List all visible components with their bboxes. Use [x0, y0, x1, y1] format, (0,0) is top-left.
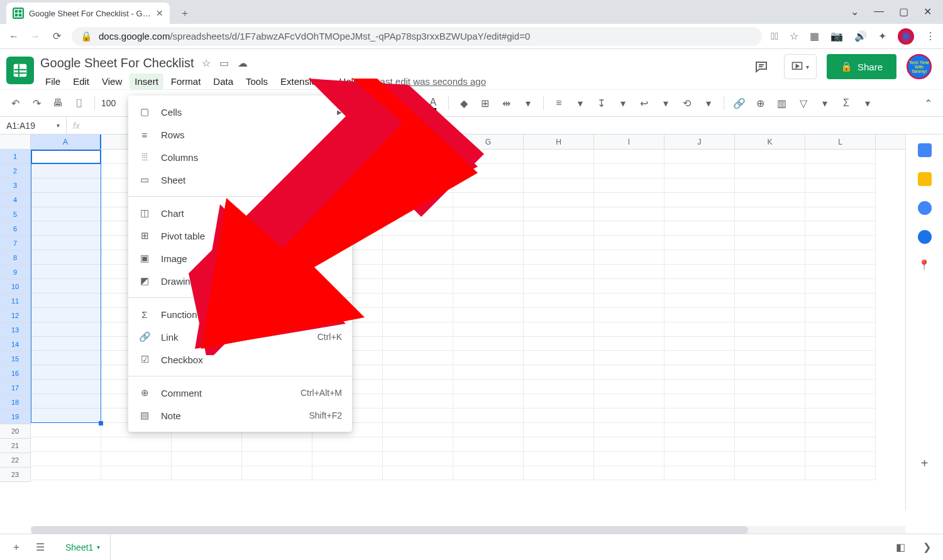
cell[interactable]	[101, 437, 172, 452]
cell[interactable]	[31, 423, 101, 437]
cell[interactable]	[524, 409, 594, 423]
cell[interactable]	[383, 365, 453, 380]
explore-button[interactable]: ◧	[891, 539, 909, 556]
cell[interactable]	[735, 351, 805, 365]
cell[interactable]	[383, 380, 453, 394]
sound-icon[interactable]: 🔊	[854, 30, 867, 42]
insert-columns[interactable]: ⦙⦙⦙Columns▶	[128, 146, 352, 168]
insert-comment[interactable]: ⊕CommentCtrl+Alt+M	[128, 382, 352, 404]
cell[interactable]	[453, 164, 524, 178]
cell[interactable]	[665, 380, 735, 394]
cell[interactable]	[594, 207, 665, 222]
cell[interactable]	[453, 279, 524, 294]
collapse-toolbar-icon[interactable]: ⌃	[919, 94, 937, 112]
cell[interactable]	[453, 394, 524, 409]
row-header[interactable]: 8	[0, 251, 31, 265]
menu-file[interactable]: File	[40, 74, 65, 89]
cell[interactable]	[735, 466, 805, 481]
all-sheets-button[interactable]: ☰	[31, 539, 49, 556]
select-all-corner[interactable]	[0, 135, 31, 150]
cell[interactable]	[524, 365, 594, 380]
cell[interactable]	[665, 308, 735, 322]
calendar-icon[interactable]	[918, 143, 932, 157]
insert-checkbox[interactable]: ☑Checkbox	[128, 348, 352, 371]
cell[interactable]	[383, 279, 453, 294]
cell[interactable]	[805, 164, 876, 178]
cell[interactable]	[524, 466, 594, 481]
cell[interactable]	[594, 466, 665, 481]
cell[interactable]	[735, 409, 805, 423]
keep-icon[interactable]	[918, 172, 932, 186]
cell[interactable]	[805, 193, 876, 207]
cell[interactable]	[101, 466, 172, 481]
cell[interactable]	[453, 466, 524, 481]
col-header[interactable]: F	[383, 135, 453, 149]
star-doc-icon[interactable]: ☆	[202, 57, 211, 69]
cell[interactable]	[805, 423, 876, 437]
cell[interactable]	[594, 452, 665, 466]
close-tab-icon[interactable]: ✕	[156, 8, 163, 18]
cell[interactable]	[805, 452, 876, 466]
menu-view[interactable]: View	[97, 74, 127, 89]
row-header[interactable]: 4	[0, 193, 31, 207]
cell[interactable]	[805, 250, 876, 265]
tasks-icon[interactable]	[918, 201, 932, 215]
cell[interactable]	[594, 423, 665, 437]
cell[interactable]	[594, 294, 665, 308]
cell[interactable]	[735, 294, 805, 308]
row-header[interactable]: 14	[0, 338, 31, 352]
cell[interactable]	[805, 308, 876, 322]
cell[interactable]	[735, 380, 805, 394]
maps-icon[interactable]: 📍	[918, 259, 932, 273]
menu-insert[interactable]: Insert	[130, 74, 163, 89]
cell[interactable]	[524, 265, 594, 279]
cell[interactable]	[31, 437, 101, 452]
cell[interactable]	[524, 337, 594, 351]
cell[interactable]	[594, 250, 665, 265]
cell[interactable]	[735, 178, 805, 193]
cell[interactable]	[735, 308, 805, 322]
camera-icon[interactable]: 📷	[830, 30, 843, 42]
cell[interactable]	[172, 437, 242, 452]
cell[interactable]	[805, 236, 876, 250]
cell[interactable]	[665, 178, 735, 193]
cell[interactable]	[665, 164, 735, 178]
cell[interactable]	[665, 294, 735, 308]
cell[interactable]	[805, 221, 876, 236]
insert-cells[interactable]: ▢Cells▶	[128, 101, 352, 123]
cell[interactable]	[453, 150, 524, 164]
cell[interactable]	[805, 394, 876, 409]
share-button[interactable]: 🔒 Share	[827, 54, 896, 79]
new-tab-button[interactable]: ＋	[176, 4, 194, 22]
functions-icon[interactable]: Σ	[837, 94, 855, 112]
cell[interactable]	[453, 294, 524, 308]
cell[interactable]	[735, 207, 805, 222]
row-header[interactable]: 6	[0, 222, 31, 236]
cell[interactable]	[383, 452, 453, 466]
cell[interactable]	[453, 308, 524, 322]
contacts-icon[interactable]	[918, 230, 932, 244]
insert-chart[interactable]: ◫Chart	[128, 202, 352, 224]
name-box[interactable]: A1:A19▾	[0, 117, 67, 134]
install-icon[interactable]: ⇩⃞	[771, 31, 778, 42]
cell[interactable]	[383, 178, 453, 193]
cell[interactable]	[805, 365, 876, 380]
cell[interactable]	[383, 294, 453, 308]
cell[interactable]	[312, 437, 383, 452]
cell[interactable]	[383, 466, 453, 481]
cell[interactable]	[383, 394, 453, 409]
chrome-menu-icon[interactable]: ⋮	[925, 30, 935, 42]
cell[interactable]	[524, 351, 594, 365]
print-icon[interactable]: 🖶	[49, 94, 67, 112]
row-header[interactable]: 11	[0, 294, 31, 309]
cell[interactable]	[524, 322, 594, 337]
undo-icon[interactable]: ↶	[6, 94, 24, 112]
cell[interactable]	[665, 236, 735, 250]
paint-format-icon[interactable]: ⌷	[70, 94, 88, 112]
sheet-tab[interactable]: Sheet1 ▾	[55, 534, 111, 560]
cell[interactable]	[383, 409, 453, 423]
cell[interactable]	[735, 423, 805, 437]
cell[interactable]	[735, 193, 805, 207]
cell[interactable]	[172, 466, 242, 481]
cell[interactable]	[805, 207, 876, 222]
